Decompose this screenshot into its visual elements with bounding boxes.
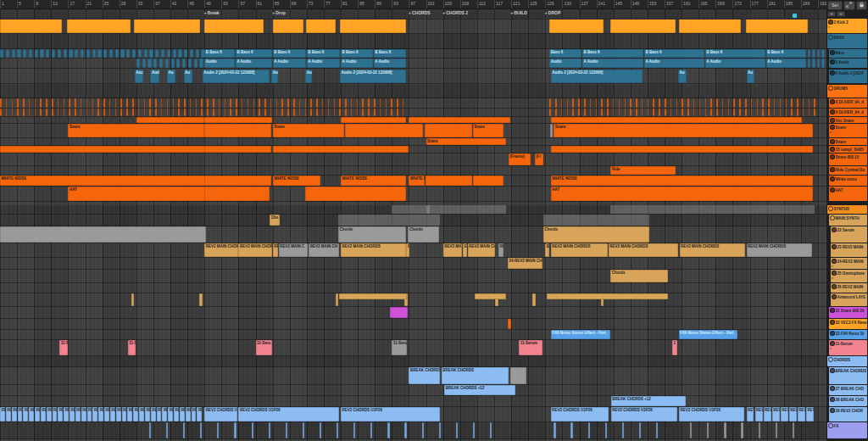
track-row-drums-5[interactable] xyxy=(0,85,826,98)
track-header-32-vec3-fx-reve-25[interactable]: 32 VEC3 FX Reve xyxy=(829,319,867,329)
track-activator-icon[interactable] xyxy=(830,118,835,123)
clip-rev[interactable]: REV xyxy=(64,407,69,421)
clip[interactable] xyxy=(166,422,168,438)
clip-fx6-noise-stereo-effect-part[interactable]: FX6 Noise Stereo Effect - Part_ xyxy=(551,330,610,339)
clip[interactable] xyxy=(299,98,301,108)
clip[interactable] xyxy=(768,109,770,116)
clip-au[interactable]: Au xyxy=(167,70,175,83)
clip[interactable] xyxy=(97,98,99,108)
clip[interactable] xyxy=(693,109,695,116)
clip[interactable] xyxy=(23,98,25,108)
clip[interactable] xyxy=(374,98,376,108)
clip[interactable] xyxy=(126,49,130,58)
clip-rev[interactable]: REV xyxy=(168,407,173,421)
clip[interactable] xyxy=(746,19,808,33)
clip-aud[interactable]: Aud xyxy=(150,70,159,83)
clip[interactable] xyxy=(52,109,53,116)
clip[interactable] xyxy=(270,98,272,108)
clip-white-noise[interactable]: WHITE NOISE xyxy=(273,176,320,186)
clip[interactable] xyxy=(722,98,724,108)
clip[interactable] xyxy=(173,49,176,58)
group-fold-icon[interactable] xyxy=(828,206,833,211)
clip[interactable] xyxy=(161,49,164,58)
clip[interactable] xyxy=(793,422,794,438)
clip[interactable] xyxy=(774,109,776,116)
clip[interactable] xyxy=(276,109,278,116)
clip[interactable] xyxy=(387,422,389,438)
clip[interactable] xyxy=(547,293,668,299)
clip[interactable] xyxy=(86,98,88,108)
track-row-26-rev2-main-22[interactable] xyxy=(0,283,826,293)
clip-rev2-main-chords[interactable]: REV2 MAIN CHORDS xyxy=(341,243,406,257)
clip[interactable] xyxy=(183,422,185,438)
clip-rev[interactable]: REV xyxy=(116,407,121,421)
clip[interactable] xyxy=(762,98,764,108)
clip-rev[interactable]: REV xyxy=(498,243,504,257)
automation-lane-badge[interactable]: e xyxy=(827,25,867,29)
clip[interactable] xyxy=(768,98,770,108)
clip[interactable] xyxy=(362,98,364,108)
clip-break-chords-12[interactable]: BREAK CHORDS +12 xyxy=(611,396,686,406)
clip[interactable] xyxy=(456,422,458,438)
clip-rev2-main-chords[interactable]: REV2 MAIN CHORDS xyxy=(747,243,813,257)
track-activator-icon[interactable] xyxy=(830,397,835,402)
track-row-25-omnisphere-21[interactable]: Chords xyxy=(0,270,826,283)
track-row-fx-33[interactable] xyxy=(0,422,826,439)
clip[interactable] xyxy=(554,422,555,438)
clip-hat[interactable]: HAT xyxy=(68,187,204,201)
track-header-voc-snare-8[interactable]: Voc Snare xyxy=(829,117,867,123)
clip[interactable] xyxy=(630,109,632,116)
clip[interactable] xyxy=(386,98,387,108)
clip-rev2-chords-u1p26[interactable]: REV2 CHORDS U1P26 xyxy=(679,407,744,421)
clip[interactable] xyxy=(699,98,701,108)
track-row-snare-10[interactable]: Snare xyxy=(0,138,826,146)
clip[interactable] xyxy=(339,98,341,108)
clip[interactable] xyxy=(286,422,287,438)
clip[interactable] xyxy=(670,98,672,108)
clip[interactable] xyxy=(728,98,730,108)
clip-a-audio[interactable]: A Audio xyxy=(307,59,341,68)
clip[interactable] xyxy=(751,109,753,116)
clip-chords[interactable]: Chords xyxy=(610,270,668,282)
clip[interactable] xyxy=(142,59,146,68)
lock-icon[interactable] xyxy=(856,1,867,10)
track-activator-icon[interactable] xyxy=(830,386,835,391)
clip[interactable] xyxy=(386,109,387,116)
clip-rev[interactable]: REV xyxy=(35,407,40,421)
clip[interactable] xyxy=(397,109,398,116)
track-header-15-sampl-sh05-11[interactable]: 15 sampl_SH05 xyxy=(829,146,867,153)
clip[interactable] xyxy=(345,109,347,116)
track-activator-icon[interactable] xyxy=(830,70,835,75)
clip[interactable] xyxy=(682,98,683,108)
track-row-break-chords-29[interactable]: BREAK CHORDSBREAK CHORDS xyxy=(0,367,826,385)
clip[interactable] xyxy=(588,422,590,438)
track-header-snare-808-15-12[interactable]: Snare 808 15 xyxy=(829,154,867,165)
clip-au[interactable]: Au xyxy=(747,70,754,83)
locator-lane[interactable]: ▸Break▸Drop▸CHORDS▸CHORDS 2▸BUILD▸DROP xyxy=(0,8,826,20)
clip-b-bass-6[interactable]: B Bass 6 xyxy=(307,49,341,58)
track-activator-icon[interactable] xyxy=(830,176,835,181)
clip[interactable] xyxy=(207,98,209,108)
clip[interactable] xyxy=(605,422,607,438)
track-row-snare-9[interactable]: SnareSnareSnareSnare xyxy=(0,124,826,138)
clip-rev[interactable]: REV xyxy=(174,407,179,421)
clip[interactable] xyxy=(86,109,88,116)
clip-snare[interactable]: Snare xyxy=(473,124,504,137)
clip-chords[interactable]: Chords xyxy=(338,226,406,243)
track-activator-icon[interactable] xyxy=(830,125,835,130)
clip[interactable] xyxy=(281,109,283,116)
automation-lane-badge[interactable]: e xyxy=(829,346,867,350)
zoom-out-button[interactable]: + xyxy=(827,11,836,17)
clip[interactable] xyxy=(551,117,802,123)
clip[interactable] xyxy=(0,226,206,243)
clip[interactable] xyxy=(619,98,620,108)
clip[interactable] xyxy=(242,109,243,116)
clip[interactable] xyxy=(236,98,237,108)
clip[interactable] xyxy=(328,98,330,108)
clip[interactable] xyxy=(204,176,270,186)
clip[interactable] xyxy=(103,109,105,116)
clip-11-s[interactable]: 11-S xyxy=(128,340,136,355)
clip[interactable] xyxy=(178,98,180,108)
clip[interactable] xyxy=(248,98,249,108)
clip[interactable] xyxy=(167,49,170,58)
